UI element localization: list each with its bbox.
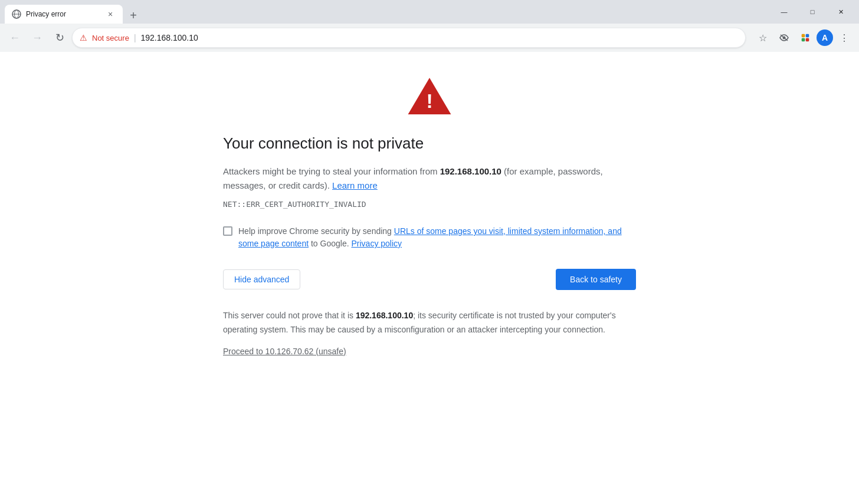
error-code: NET::ERR_CERT_AUTHORITY_INVALID [223, 200, 366, 209]
svg-text:!: ! [426, 90, 432, 112]
checkbox-row: Help improve Chrome security by sending … [223, 225, 636, 250]
menu-button[interactable]: ⋮ [834, 28, 854, 48]
privacy-policy-link[interactable]: Privacy policy [351, 239, 402, 248]
reload-button[interactable]: ↻ [50, 28, 70, 48]
advanced-info: This server could not prove that it is 1… [223, 309, 636, 337]
advanced-host: 192.168.100.10 [356, 311, 413, 320]
extension-icon-2[interactable] [795, 28, 815, 48]
reload-icon: ↻ [55, 31, 64, 44]
button-row: Hide advanced Back to safety [223, 269, 636, 290]
tab-close-button[interactable]: × [105, 9, 116, 19]
window-controls: — □ ✕ [771, 2, 854, 21]
svg-rect-6 [806, 34, 809, 37]
minimize-button[interactable]: — [771, 2, 798, 21]
tab-strip: Privacy error × + [5, 0, 766, 24]
address-url: 192.168.100.10 [141, 33, 198, 42]
new-tab-button[interactable]: + [125, 7, 142, 24]
maximize-button[interactable]: □ [799, 2, 826, 21]
error-title: Your connection is not private [223, 134, 424, 153]
menu-icon: ⋮ [840, 32, 849, 44]
forward-button[interactable]: → [27, 28, 47, 48]
not-secure-label: Not secure [92, 34, 129, 42]
address-separator: | [134, 33, 136, 42]
extension-icon-1[interactable] [774, 28, 794, 48]
warning-icon-wrapper: ! [223, 75, 636, 117]
back-icon: ← [9, 32, 20, 44]
learn-more-link[interactable]: Learn more [332, 180, 378, 190]
description-host: 192.168.100.10 [440, 166, 501, 176]
star-icon: ☆ [759, 32, 767, 44]
svg-rect-8 [806, 38, 809, 41]
extension-eye-icon [779, 32, 789, 43]
svg-rect-5 [802, 34, 805, 37]
tab-title: Privacy error [26, 10, 100, 18]
browser-window: Privacy error × + — □ ✕ ← → ↻ ⚠ Not secu… [0, 0, 859, 504]
profile-button[interactable]: A [817, 29, 833, 46]
address-bar[interactable]: ⚠ Not secure | 192.168.100.10 [72, 28, 746, 48]
extension-puzzle-icon [800, 32, 811, 43]
proceed-link[interactable]: Proceed to 10.126.70.62 (unsafe) [223, 347, 346, 356]
navigation-bar: ← → ↻ ⚠ Not secure | 192.168.100.10 ☆ [0, 24, 859, 52]
error-container: ! Your connection is not private Attacke… [223, 75, 636, 356]
toolbar-icons: ☆ A ⋮ [753, 28, 854, 48]
warning-icon: ⚠ [80, 33, 87, 42]
back-to-safety-button[interactable]: Back to safety [556, 269, 636, 290]
checkbox-suffix: to Google. [309, 239, 349, 248]
forward-icon: → [32, 32, 42, 44]
advanced-prefix: This server could not prove that it is [223, 311, 356, 320]
hide-advanced-button[interactable]: Hide advanced [223, 269, 300, 289]
error-description: Attackers might be trying to steal your … [223, 164, 636, 193]
active-tab[interactable]: Privacy error × [5, 5, 123, 24]
close-button[interactable]: ✕ [827, 2, 854, 21]
back-button[interactable]: ← [5, 28, 25, 48]
error-triangle-icon: ! [406, 75, 453, 117]
svg-rect-7 [802, 38, 805, 41]
title-bar: Privacy error × + — □ ✕ [0, 0, 859, 24]
improve-security-checkbox[interactable] [223, 226, 232, 236]
bookmark-button[interactable]: ☆ [753, 28, 773, 48]
description-prefix: Attackers might be trying to steal your … [223, 166, 440, 176]
page-content: ! Your connection is not private Attacke… [0, 52, 859, 504]
tab-favicon [12, 9, 21, 19]
checkbox-label: Help improve Chrome security by sending … [238, 225, 636, 250]
checkbox-prefix: Help improve Chrome security by sending [238, 226, 394, 236]
